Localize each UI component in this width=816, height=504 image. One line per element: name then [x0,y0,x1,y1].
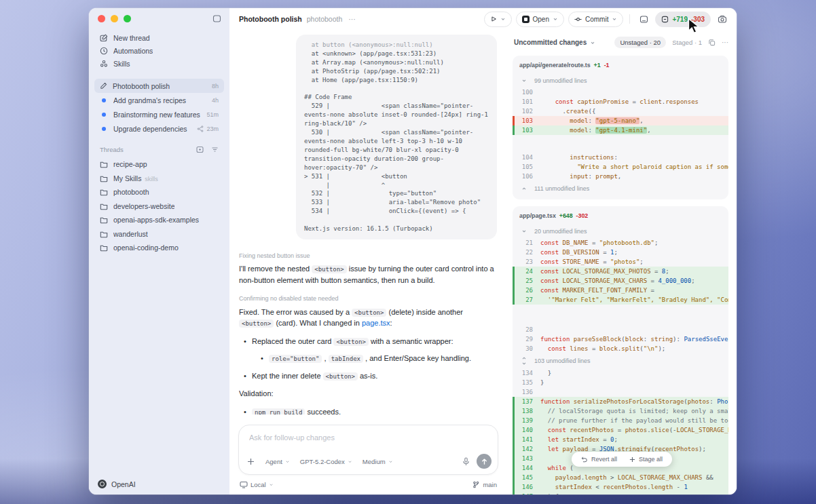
folder-item-recipe-app[interactable]: recipe-app [94,157,224,172]
diff-row[interactable]: 145 payload.length > LOCAL_STORAGE_MAX_C… [513,473,728,482]
folder-item-developers-website[interactable]: developers-website [94,199,224,214]
new-folder-icon[interactable] [196,146,204,153]
diff-row[interactable]: 140 const recentPhotos = photos.slice(-L… [513,425,728,435]
zoom-button[interactable] [124,15,131,22]
diff-row[interactable]: 135} [513,378,728,387]
stage-all-button[interactable]: Stage all [629,456,663,463]
diffstat-button[interactable]: +719 -303 [655,12,711,27]
line-number: 21 [513,238,540,248]
diff-row[interactable]: 136 [513,387,728,397]
inline-code: npm run build [252,408,305,414]
filter-icon[interactable] [211,146,219,153]
screenshot-icon[interactable] [715,12,730,26]
fold-row[interactable]: 103 unmodified lines [513,353,728,368]
toolbar: Open Commit +719 -303 [484,12,730,27]
more-icon[interactable]: ··· [722,39,728,46]
sidebar: New threadAutomationsSkills Photobooth p… [89,8,229,495]
recent-thread-item[interactable]: Upgrade dependencies23m [94,121,224,136]
diff-icon [661,16,669,23]
diff-row[interactable]: 23const STORE_NAME = "photos"; [513,257,728,267]
log-line: Next.js version: 16.1.5 (Turbopack) [304,225,489,233]
sidebar-item-label: New thread [113,34,150,42]
commit-button[interactable]: Commit [568,12,623,27]
diff-row[interactable]: 22const DB_VERSION = 1; [513,248,728,257]
step-header[interactable]: Fixing nested button issue [239,252,496,261]
diff-row[interactable]: 146 startIndex < recentPhotos.length - 1 [513,482,728,492]
sidebar-item-automations[interactable]: Automations [94,44,224,57]
close-button[interactable] [98,15,105,22]
folder-item-photobooth[interactable]: photobooth [94,185,224,199]
model-dropdown[interactable]: GPT-5.2-Codex [300,458,352,465]
sidebar-toggle-icon[interactable] [212,14,221,23]
diff-row[interactable]: 104 instructions: [513,153,728,162]
revert-all-button[interactable]: Revert all [581,456,617,463]
code-line: const LOCAL_STORAGE_MAX_PHOTOS = 8; [540,267,728,276]
recent-thread-item[interactable]: Brainstorming new features51m [94,107,224,121]
sidebar-item-new-thread[interactable]: New thread [94,31,224,44]
microphone-icon[interactable] [462,457,470,466]
diff-row[interactable]: 28 [513,325,728,334]
folder-label: photobooth [113,188,149,196]
diff-row[interactable]: 29function parseSseBlock(block: string):… [513,334,728,344]
log-line: at PhotoStrip (app/page.tsx:502:21) [304,67,489,76]
recent-thread-item[interactable]: Add grandma's recipes4h [94,93,224,107]
open-button[interactable]: Open [516,12,564,27]
diff-row[interactable]: 102 .create({ [513,106,728,116]
diff-row[interactable]: 27 '"Marker Felt", "MarkerFelt", "Bradle… [513,295,728,305]
error-log-block: at button (<anonymous>:null:null) at <un… [296,35,497,239]
diff-row[interactable]: 100 [513,88,728,97]
diff-row[interactable]: 25const LOCAL_STORAGE_MAX_CHARS = 4_000_… [513,276,728,286]
diff-row[interactable]: 137function serializePhotosForLocalStora… [513,397,728,406]
diff-row[interactable]: 103 model: "gpt-5-nano", [513,116,728,125]
fold-chevron-icon [521,229,527,234]
send-button[interactable] [477,454,492,469]
branch-indicator[interactable]: main [472,481,497,488]
recent-thread-item[interactable]: Photobooth polish8h [94,79,224,93]
folder-item-wanderlust[interactable]: wanderlust [94,227,224,241]
attach-icon[interactable] [246,457,255,466]
diff-row[interactable]: 105 "Write a short polaroid caption as i… [513,162,728,172]
changes-dropdown[interactable]: Uncommitted changes [514,39,595,46]
run-button[interactable] [484,12,512,27]
title-more-icon[interactable]: ··· [348,15,356,23]
diff-row[interactable]: 147 ) { [513,492,728,495]
diff-row[interactable]: 101 const captionPromise = client.respon… [513,97,728,106]
chat-scroll-area[interactable]: at button (<anonymous>:null:null) at <un… [239,30,498,414]
folder-list: recipe-appMy Skills skillsphotoboothdeve… [94,157,224,255]
unstaged-tab[interactable]: Unstaged · 20 [614,37,666,48]
diff-gap [513,305,728,325]
agent-dropdown[interactable]: Agent [265,458,290,465]
diff-row[interactable]: 106 input: prompt, [513,172,728,181]
fold-row[interactable]: 99 unmodified lines [513,73,728,88]
folder-item-openai-coding-demo[interactable]: openai-coding-demo [94,241,224,255]
line-number: 25 [513,276,540,286]
folder-item-openai-apps-sdk-examples[interactable]: openai-apps-sdk-examples [94,213,224,227]
step-header[interactable]: Confirming no disabled state needed [239,294,496,304]
fold-row[interactable]: 20 unmodified lines [513,224,728,238]
diff-row[interactable]: 141 let startIndex = 0; [513,435,728,444]
staged-tab[interactable]: Staged · 1 [672,39,702,46]
diff-row[interactable]: 134 } [513,368,728,378]
copy-icon[interactable] [708,39,716,46]
diff-file-header[interactable]: app/page.tsx+648-302 [513,206,728,224]
fold-row[interactable]: 111 unmodified lines [513,181,728,195]
minimize-button[interactable] [111,15,118,22]
diff-row[interactable]: 103 model: "gpt-4.1-mini", [513,125,728,135]
terminal-panel-icon[interactable] [636,12,651,26]
diff-row[interactable]: 30 const lines = block.split("\n"); [513,344,728,353]
diff-file-header[interactable]: app/api/generate/route.ts+1-1 [513,56,728,73]
sidebar-item-skills[interactable]: Skills [94,57,224,70]
diff-row[interactable]: 139 // prune further if the payload woul… [513,416,728,425]
diff-row[interactable]: 138 // localStorage quota is limited; ke… [513,406,728,416]
effort-dropdown[interactable]: Medium [363,458,393,465]
list-item: npm run build succeeds. [244,406,496,414]
code-line: ) { [540,492,728,495]
environment-dropdown[interactable]: Local [240,481,274,488]
code-line: let startIndex = 0; [540,435,728,444]
file-link[interactable]: page.tsx [362,319,390,327]
folder-item-my-skills[interactable]: My Skills skills [94,172,224,186]
diff-row[interactable]: 24const LOCAL_STORAGE_MAX_PHOTOS = 8; [513,267,728,276]
diff-row[interactable]: 21const DB_NAME = "photobooth.db"; [513,238,728,248]
diff-row[interactable]: 26const MARKER_FELT_FONT_FAMILY = [513,286,728,295]
composer-input[interactable] [248,433,489,442]
